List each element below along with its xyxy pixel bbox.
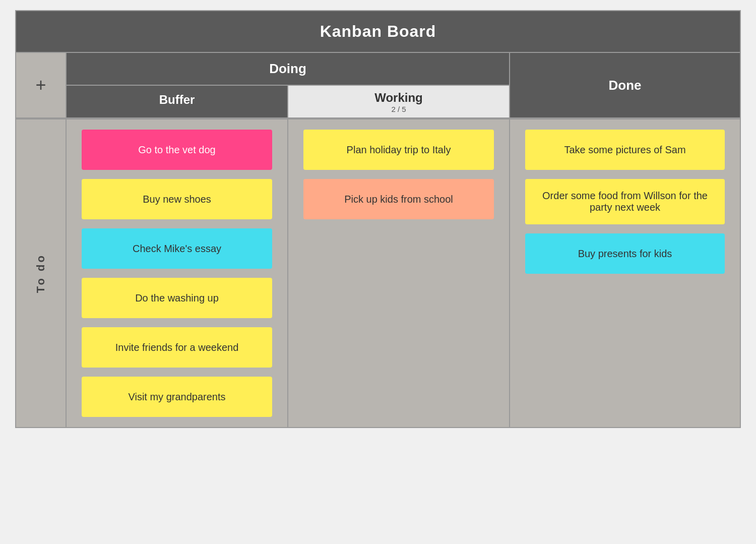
board-title: Kanban Board xyxy=(16,11,740,53)
card-sam[interactable]: Take some pictures of Sam xyxy=(525,130,725,170)
card-essay[interactable]: Check Mike's essay xyxy=(82,228,272,269)
card-presents[interactable]: Buy presents for kids xyxy=(525,233,725,274)
card-friends[interactable]: Invite friends for a weekend xyxy=(82,327,272,368)
columns-wrapper: Go to the vet dogBuy new shoesCheck Mike… xyxy=(67,119,740,427)
card-grands[interactable]: Visit my grandparents xyxy=(82,377,272,417)
card-food[interactable]: Order some food from Willson for the par… xyxy=(525,179,725,224)
card-shoes[interactable]: Buy new shoes xyxy=(82,179,272,219)
buffer-header: Buffer xyxy=(67,86,288,117)
done-column: Take some pictures of SamOrder some food… xyxy=(510,119,740,427)
doing-column-group: Doing Buffer Working 2 / 5 xyxy=(67,53,510,117)
add-column-button[interactable]: + xyxy=(16,53,67,117)
working-column: Plan holiday trip to ItalyPick up kids f… xyxy=(288,119,510,427)
buffer-column: Go to the vet dogBuy new shoesCheck Mike… xyxy=(67,119,288,427)
card-vet[interactable]: Go to the vet dog xyxy=(82,130,272,170)
board-body: To do Go to the vet dogBuy new shoesChec… xyxy=(16,118,740,427)
todo-sidebar: To do xyxy=(16,119,67,427)
done-header: Done xyxy=(510,53,740,117)
working-header: Working 2 / 5 xyxy=(288,86,509,117)
card-kids[interactable]: Pick up kids from school xyxy=(303,179,494,219)
card-washing[interactable]: Do the washing up xyxy=(82,278,272,318)
card-italy[interactable]: Plan holiday trip to Italy xyxy=(303,130,494,170)
doing-header: Doing xyxy=(67,53,509,86)
kanban-board: Kanban Board + Doing Buffer Working 2 / … xyxy=(15,10,741,428)
